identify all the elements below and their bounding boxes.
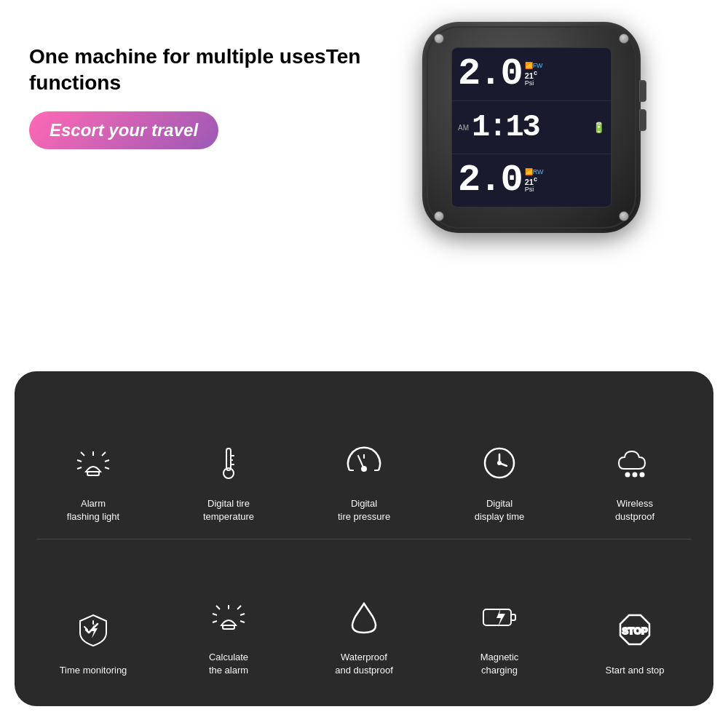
svg-point-21 bbox=[498, 462, 501, 464]
feature-alarm-flashing: Alarmflashing light bbox=[29, 393, 157, 531]
feature-calculate-alarm: Calculatethe alarm bbox=[165, 547, 293, 685]
svg-rect-0 bbox=[87, 472, 99, 475]
svg-rect-8 bbox=[226, 448, 231, 470]
screw-br bbox=[619, 211, 629, 221]
escort-badge: Escort your travel bbox=[29, 111, 218, 149]
svg-line-31 bbox=[213, 621, 217, 622]
feature-time-monitoring: Time monitoring bbox=[29, 547, 157, 685]
feature-magnetic: Magneticcharging bbox=[435, 547, 563, 685]
svg-line-7 bbox=[105, 467, 109, 469]
features-divider bbox=[36, 539, 692, 539]
svg-point-14 bbox=[362, 467, 366, 471]
svg-line-6 bbox=[77, 467, 82, 469]
rw-pressure: 2.0 bbox=[458, 162, 522, 199]
waterproof-label: Waterproofand dustproof bbox=[335, 651, 393, 677]
svg-point-22 bbox=[626, 473, 630, 477]
cloud-icon bbox=[609, 438, 660, 488]
shield-icon bbox=[68, 604, 119, 655]
gauge-icon bbox=[339, 438, 389, 488]
feature-waterproof: Waterproofand dustproof bbox=[300, 547, 428, 685]
svg-line-32 bbox=[240, 621, 245, 622]
alarm-label: Alarmflashing light bbox=[67, 497, 119, 523]
feature-wireless: Wirelessdustproof bbox=[571, 393, 699, 531]
side-button-mid[interactable] bbox=[639, 109, 646, 131]
drop-icon bbox=[339, 591, 389, 642]
feature-digital-temp: Digital tiretemperature bbox=[165, 393, 293, 531]
svg-line-2 bbox=[77, 460, 82, 462]
am-label: AM bbox=[458, 124, 469, 132]
battery-charge-icon bbox=[474, 591, 525, 642]
start-stop-label: Start and stop bbox=[606, 664, 665, 677]
side-button-top[interactable] bbox=[639, 80, 646, 102]
svg-line-30 bbox=[237, 606, 241, 609]
svg-line-5 bbox=[102, 452, 106, 456]
wireless-label: Wirelessdustproof bbox=[615, 497, 654, 523]
svg-line-29 bbox=[216, 606, 220, 609]
calculate-alarm-label: Calculatethe alarm bbox=[209, 651, 248, 677]
main-title: One machine for multiple usesTen functio… bbox=[29, 44, 364, 97]
svg-rect-34 bbox=[511, 614, 515, 620]
alarm-icon bbox=[68, 438, 119, 488]
digital-time-label: Digitaldisplay time bbox=[475, 497, 525, 523]
fw-pressure: 2.0 bbox=[458, 55, 522, 93]
device-image: 2.0 📶FW 21c Psi AM 1:13 🔋 2.0 bbox=[422, 22, 641, 233]
magnetic-label: Magneticcharging bbox=[480, 651, 519, 677]
screw-bl bbox=[434, 211, 444, 221]
svg-line-28 bbox=[240, 614, 245, 615]
screw-tr bbox=[619, 33, 629, 44]
digital-pressure-label: Digitaltire pressure bbox=[338, 497, 390, 523]
feature-digital-time: Digitaldisplay time bbox=[435, 393, 563, 531]
features-row2: Time monitoring Calculatethe alarm bbox=[29, 547, 699, 685]
features-section: Alarmflashing light Digital tiretemperat… bbox=[15, 371, 713, 706]
stop-icon: STOP bbox=[609, 604, 660, 655]
digital-temp-label: Digital tiretemperature bbox=[203, 497, 254, 523]
time-monitoring-label: Time monitoring bbox=[60, 664, 127, 677]
thermometer-icon bbox=[203, 438, 254, 488]
alarm2-icon bbox=[203, 591, 254, 642]
battery-icon: 🔋 bbox=[593, 122, 605, 133]
svg-rect-25 bbox=[223, 625, 234, 629]
svg-line-4 bbox=[81, 452, 84, 456]
svg-line-3 bbox=[105, 460, 109, 462]
time-display: 1:13 bbox=[472, 112, 539, 143]
svg-point-23 bbox=[633, 473, 637, 477]
features-row1: Alarmflashing light Digital tiretemperat… bbox=[29, 393, 699, 531]
device-screen: 2.0 📶FW 21c Psi AM 1:13 🔋 2.0 bbox=[451, 47, 612, 207]
svg-text:STOP: STOP bbox=[622, 625, 647, 636]
clock-icon bbox=[474, 438, 525, 488]
feature-start-stop: STOP Start and stop bbox=[571, 547, 699, 685]
screw-tl bbox=[434, 33, 444, 44]
svg-point-24 bbox=[641, 473, 644, 477]
svg-line-27 bbox=[213, 614, 217, 615]
feature-digital-pressure: Digitaltire pressure bbox=[300, 393, 428, 531]
